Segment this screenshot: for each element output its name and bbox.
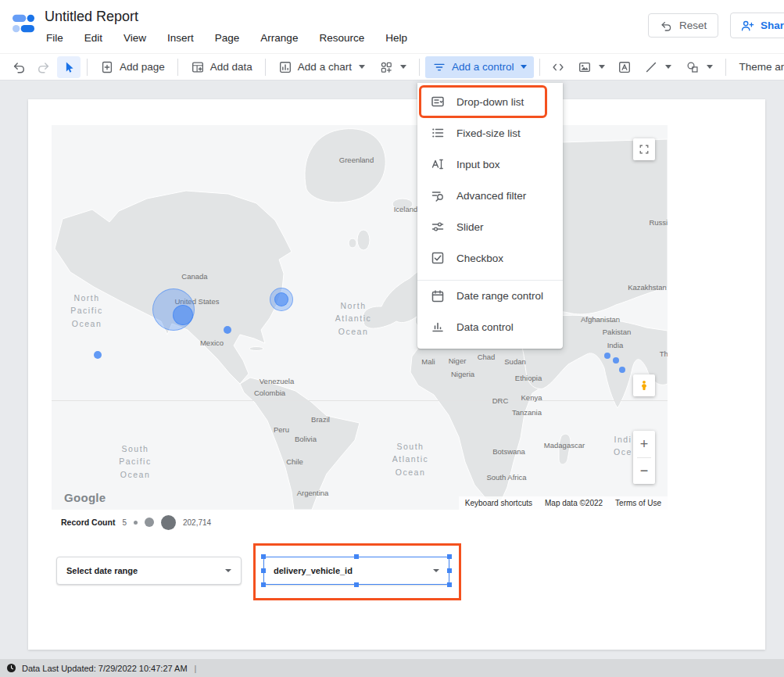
control-menu-item-icon xyxy=(430,219,446,235)
map-bubble[interactable] xyxy=(619,367,625,373)
pegman-streetview-button[interactable] xyxy=(633,374,655,396)
image-button[interactable] xyxy=(571,56,612,78)
map-bubble[interactable] xyxy=(274,292,288,306)
zoom-control: + − xyxy=(633,431,655,484)
delivery-vehicle-id-control[interactable]: delivery_vehicle_id xyxy=(263,557,449,585)
world-map xyxy=(52,125,668,510)
resize-handle[interactable] xyxy=(447,582,452,587)
canvas: GreenlandIcelandCanadaRussiaKazakhstanUn… xyxy=(0,81,784,659)
add-chart-label: Add a chart xyxy=(298,61,352,73)
control-menu-item[interactable]: Fixed-size list xyxy=(417,117,563,149)
resize-handle[interactable] xyxy=(261,568,266,573)
zoom-out-button[interactable]: − xyxy=(633,458,655,485)
menubar-item[interactable]: Help xyxy=(385,32,407,44)
legend-bubble-large xyxy=(161,515,176,530)
map-attribution-item[interactable]: Keyboard shortcuts xyxy=(465,499,532,507)
update-clock-icon xyxy=(6,663,16,673)
control-menu-item[interactable]: Data control xyxy=(417,311,563,342)
shapes-icon xyxy=(686,60,700,74)
undo-button[interactable] xyxy=(7,56,30,78)
menubar-item[interactable]: View xyxy=(124,32,146,44)
control-menu-item-icon xyxy=(430,94,446,109)
map-bubble[interactable] xyxy=(613,357,619,364)
share-button[interactable]: Share xyxy=(730,13,784,38)
toolbar-divider xyxy=(87,59,88,76)
line-button[interactable] xyxy=(637,56,678,78)
menubar-item[interactable]: Arrange xyxy=(260,32,298,44)
theme-layout-button[interactable]: Theme and layout xyxy=(732,56,784,78)
reset-button[interactable]: Reset xyxy=(648,13,718,38)
report-title[interactable]: Untitled Report xyxy=(45,9,138,25)
code-icon xyxy=(551,59,565,75)
google-logo: Google xyxy=(64,491,106,504)
add-data-icon xyxy=(191,60,205,74)
add-control-label: Add a control xyxy=(452,61,514,73)
shape-button[interactable] xyxy=(678,56,720,78)
cursor-icon xyxy=(62,59,76,75)
control-menu-item[interactable]: Checkbox xyxy=(417,242,563,274)
control-menu-item-icon xyxy=(430,319,446,335)
theme-layout-label: Theme and layout xyxy=(739,61,784,73)
map-attribution-item[interactable]: Terms of Use xyxy=(615,499,661,507)
toolbar-divider xyxy=(177,59,178,76)
app-header: Untitled Report FileEditViewInsertPageAr… xyxy=(0,0,784,53)
redo-icon xyxy=(37,59,51,75)
add-control-menu: Drop-down list Fixed-size list Input box… xyxy=(417,83,563,349)
control-menu-item[interactable]: Date range control xyxy=(417,280,563,311)
datastudio-logo[interactable] xyxy=(11,11,36,36)
resize-handle[interactable] xyxy=(354,582,359,587)
resize-handle[interactable] xyxy=(261,582,266,587)
zoom-in-button[interactable]: + xyxy=(633,431,655,457)
control-menu-item-label: Checkbox xyxy=(456,253,503,264)
add-page-button[interactable]: Add page xyxy=(93,56,172,78)
fullscreen-button[interactable] xyxy=(633,138,655,160)
map-bubble[interactable] xyxy=(604,353,610,359)
person-add-icon xyxy=(740,19,754,33)
resize-handle[interactable] xyxy=(354,554,359,559)
menubar-item[interactable]: Insert xyxy=(167,32,194,44)
chevron-down-icon xyxy=(225,569,231,572)
control-menu-item[interactable]: Advanced filter xyxy=(417,180,563,211)
chevron-down-icon xyxy=(359,65,365,69)
image-icon xyxy=(578,60,592,74)
text-button[interactable] xyxy=(613,56,636,78)
geo-bubble-map[interactable]: GreenlandIcelandCanadaRussiaKazakhstanUn… xyxy=(52,125,668,510)
add-data-button[interactable]: Add data xyxy=(184,56,260,78)
menubar-item[interactable]: Resource xyxy=(319,32,364,44)
map-attribution-item[interactable]: Map data ©2022 xyxy=(545,499,603,507)
control-menu-item-label: Input box xyxy=(456,159,500,170)
statusbar: Data Last Updated: 7/29/2022 10:47:27 AM… xyxy=(0,659,784,677)
map-bubble[interactable] xyxy=(173,305,193,325)
resize-handle[interactable] xyxy=(447,568,452,573)
menubar-item[interactable]: Page xyxy=(215,32,240,44)
control-menu-item-label: Drop-down list xyxy=(456,96,524,108)
control-menu-item-icon xyxy=(430,288,446,304)
select-tool-button[interactable] xyxy=(57,56,81,78)
redo-button[interactable] xyxy=(32,56,55,78)
add-chart-icon xyxy=(278,60,292,74)
legend-title: Record Count xyxy=(61,518,115,527)
control-menu-item[interactable]: Input box xyxy=(417,149,563,180)
control-menu-item[interactable]: Drop-down list xyxy=(417,86,563,117)
add-control-button[interactable]: Add a control xyxy=(425,56,535,78)
map-bubble[interactable] xyxy=(94,351,102,359)
resize-handle[interactable] xyxy=(261,554,266,559)
legend-max-value: 202,714 xyxy=(183,518,211,527)
url-embed-button[interactable] xyxy=(546,56,570,78)
report-page[interactable]: GreenlandIcelandCanadaRussiaKazakhstanUn… xyxy=(28,99,765,650)
statusbar-divider: | xyxy=(195,664,197,673)
control-menu-item-icon xyxy=(430,188,446,203)
date-range-control[interactable]: Select date range xyxy=(56,557,242,585)
add-chart-button[interactable]: Add a chart xyxy=(271,56,372,78)
fullscreen-icon xyxy=(638,142,650,156)
resize-handle[interactable] xyxy=(447,554,452,559)
menubar-item[interactable]: Edit xyxy=(84,32,102,44)
menubar-item[interactable]: File xyxy=(46,32,63,44)
toolbar-divider xyxy=(725,59,726,76)
community-visualizations-button[interactable] xyxy=(372,56,413,78)
control-menu-item[interactable]: Slider xyxy=(417,211,563,242)
chevron-down-icon xyxy=(400,65,406,69)
chevron-down-icon xyxy=(599,65,605,69)
map-bubble[interactable] xyxy=(224,326,231,334)
undo-icon xyxy=(12,59,26,75)
